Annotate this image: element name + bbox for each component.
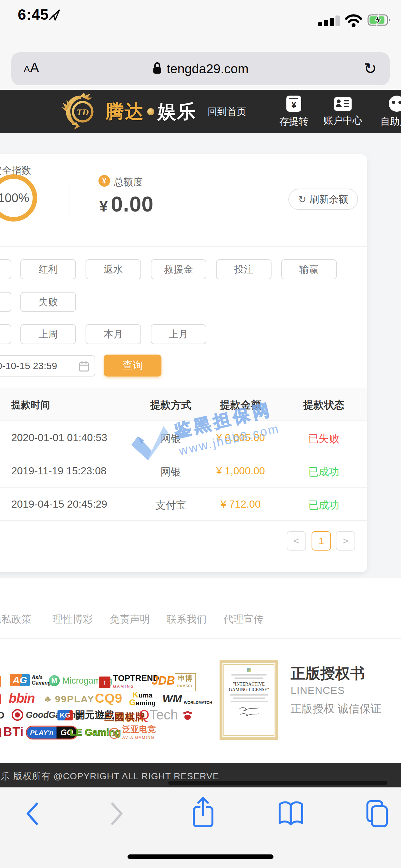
quota-value: 0.00 [111, 192, 154, 216]
cell-method: 网银 [160, 465, 181, 479]
filter-button-failed[interactable]: 失败 [20, 292, 76, 312]
filter-button-rebate[interactable]: 返水 [86, 259, 141, 279]
location-arrow-icon [48, 8, 61, 23]
status-bar: 6:45 [0, 0, 401, 49]
account-summary-card: 安全指数 100% ¥ 总额度 ¥ 0.00 ↻ 刷新余额 红利 返水 救援金 … [0, 154, 367, 572]
back-button[interactable] [25, 802, 39, 827]
logo-qtech: QTech [139, 707, 178, 723]
filter-button-winloss[interactable]: 输赢 [281, 259, 337, 279]
brand-name-white: 娱乐 [158, 99, 196, 124]
site-header: TD 腾达 娱乐 回到首页 ¥ 存提转 账户中心 自助服务 [0, 90, 401, 133]
deposit-transfer-icon: ¥ [286, 96, 301, 112]
pagination-prev[interactable]: < [287, 531, 306, 551]
col-withdraw-method: 提款方式 [150, 398, 191, 412]
filter-button-last-month[interactable]: 上月 [151, 324, 206, 344]
filter-button-bet[interactable]: 投注 [216, 259, 272, 279]
license-subtitle: LINENCES [290, 685, 345, 696]
end-date-input[interactable]: 2020-10-15 23:59 [0, 355, 95, 376]
logo-99play: ♣ 99PLAY [44, 693, 95, 705]
table-row: 2019-04-15 20:45:29 支付宝 ¥ 712.00 已成功 [0, 487, 367, 521]
clock: 6:45 [18, 6, 49, 23]
nav-self-service[interactable]: 自助服务 [380, 96, 401, 128]
account-center-icon [334, 97, 351, 111]
pagination-next[interactable]: > [336, 531, 355, 551]
share-button[interactable] [191, 796, 215, 830]
partial-logo [0, 676, 1, 687]
pagination-page-1[interactable]: 1 [312, 531, 331, 551]
bookmarks-button[interactable] [277, 801, 305, 828]
yuan-coin-icon: ¥ [98, 175, 110, 187]
logo-asia-gaming: AG Asia Gaming [10, 674, 51, 686]
filter-button-this-month[interactable]: 本月 [86, 324, 141, 344]
filter-button-bonus[interactable]: 红利 [20, 259, 76, 279]
divider [69, 180, 69, 216]
total-quota-amount: ¥ 0.00 [99, 192, 154, 216]
divider [0, 639, 401, 639]
currency-symbol: ¥ [99, 197, 108, 215]
copyright-bar: 腾达娱乐 版权所有 @COPYRIGHT ALL RIGHT RESERVE [0, 763, 401, 787]
url-text: tengda29.com [166, 62, 249, 76]
cell-amount: ¥ 1,000.00 [216, 465, 265, 477]
col-withdraw-status: 提款状态 [303, 398, 344, 412]
security-index-value: 100% [0, 191, 29, 205]
self-service-icon [389, 96, 401, 112]
divider [0, 520, 367, 521]
calendar-icon [79, 361, 89, 374]
address-bar[interactable]: AA tengda29.com ↻ [11, 52, 390, 85]
total-quota-label: 总额度 [114, 176, 143, 189]
cell-status: 已失败 [308, 432, 339, 446]
filter-button-partial[interactable] [0, 259, 11, 279]
license-certificate-image: "INTERACTIVE GAMING LICENSE" [220, 660, 278, 740]
cell-status: 已成功 [308, 465, 339, 479]
logo-toptrend: ↑ TOPTREND GAMING [99, 674, 159, 691]
logo-jdb: JDB [152, 674, 175, 687]
cell-status: 已成功 [308, 498, 339, 513]
footer-link-responsible[interactable]: 理性博彩 [53, 613, 93, 626]
partial-logo [0, 728, 1, 737]
nav-account-center[interactable]: 账户中心 [322, 96, 364, 127]
wifi-icon [344, 13, 363, 28]
filter-button-partial[interactable] [0, 292, 11, 312]
battery-charging-icon [367, 14, 392, 27]
provider-logo-row: BTi PLAY'n GO LE Gaming X 泛亚电竞 AVIA GAMI… [0, 725, 401, 742]
filter-button-rescue[interactable]: 救援金 [151, 259, 206, 279]
cell-amount: ¥ 712.00 [220, 498, 261, 510]
cell-time: 2020-01-01 01:40:53 [11, 432, 107, 444]
footer-link-contact[interactable]: 联系我们 [166, 613, 207, 626]
nav-deposit-transfer[interactable]: ¥ 存提转 [273, 96, 315, 128]
home-indicator[interactable] [127, 855, 274, 859]
col-withdraw-time: 提款时间 [11, 399, 50, 412]
refresh-balance-button[interactable]: ↻ 刷新余额 [288, 189, 358, 210]
brand-dot-icon [147, 108, 154, 115]
license-title: 正版授权书 [290, 663, 365, 684]
logo-monogram: TD [76, 107, 89, 117]
query-button[interactable]: 查询 [104, 354, 161, 376]
filter-button-last-week[interactable]: 上周 [20, 324, 76, 344]
license-tagline: 正版授权 诚信保证 [290, 702, 381, 716]
refresh-icon: ↻ [298, 194, 306, 205]
partial-logo: D [0, 710, 4, 721]
date-value: 2020-10-15 23:59 [0, 361, 57, 371]
footer-link-disclaimer[interactable]: 免责声明 [110, 613, 150, 626]
reload-button[interactable]: ↻ [364, 59, 377, 78]
signal-strength-icon [318, 16, 340, 26]
dragon-logo-icon: TD [61, 92, 103, 132]
site-logo[interactable]: TD 腾达 娱乐 [61, 92, 196, 132]
logo-bbin: bbin [9, 691, 35, 706]
tls-lock-icon [152, 62, 162, 76]
footer-link-privacy[interactable]: 隐私政策 [0, 613, 31, 626]
filter-button-partial[interactable] [0, 324, 11, 344]
logo-kuma-gaming: Kuma Gaming [129, 691, 156, 707]
tabs-button[interactable] [362, 799, 390, 828]
copyright-text: 腾达娱乐 版权所有 @COPYRIGHT ALL RIGHT RESERVE [0, 770, 219, 782]
cell-time: 2019-11-19 15:23:08 [11, 465, 106, 477]
cell-time: 2019-04-15 20:45:29 [11, 498, 107, 510]
forward-button[interactable] [110, 802, 124, 827]
horizontal-scrollbar-thumb[interactable] [168, 781, 388, 785]
logo-bti: BTi [3, 725, 24, 739]
partial-logo [0, 694, 1, 704]
browser-chrome-top: AA tengda29.com ↻ [0, 49, 401, 90]
back-to-home-link[interactable]: 回到首页 [208, 105, 246, 119]
divider [0, 246, 367, 247]
footer-link-agent[interactable]: 代理宣传 [223, 613, 264, 626]
